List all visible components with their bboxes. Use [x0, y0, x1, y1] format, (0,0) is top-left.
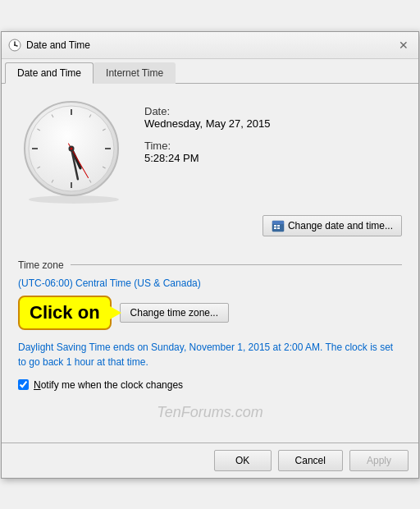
window-icon [8, 39, 21, 52]
svg-rect-25 [272, 221, 284, 224]
clock-display [18, 97, 125, 204]
svg-rect-28 [274, 227, 276, 229]
notify-checkbox[interactable] [18, 379, 29, 390]
tab-date-time[interactable]: Date and Time [5, 62, 94, 84]
clock-info-row: Date: Wednesday, May 27, 2015 Time: 5:28… [18, 97, 402, 204]
svg-point-4 [29, 195, 119, 204]
title-bar: Date and Time ✕ [2, 32, 418, 59]
title-bar-text: Date and Time [26, 39, 395, 51]
time-label: Time: [144, 140, 270, 152]
svg-rect-29 [277, 227, 280, 229]
dst-info-text: Daylight Saving Time ends on Sunday, Nov… [18, 340, 402, 369]
date-value: Wednesday, May 27, 2015 [144, 117, 270, 130]
notify-label: Notify me when the clock changes [34, 379, 183, 391]
timezone-section-label: Time zone [18, 259, 64, 271]
timezone-section-header: Time zone [18, 259, 402, 271]
cancel-button[interactable]: Cancel [278, 450, 343, 471]
date-label: Date: [144, 105, 270, 117]
tab-content: Date: Wednesday, May 27, 2015 Time: 5:28… [2, 84, 418, 443]
click-on-text: Click on [30, 302, 100, 323]
close-button[interactable]: ✕ [395, 37, 412, 53]
tab-bar: Date and Time Internet Time [2, 59, 418, 84]
svg-point-3 [14, 44, 16, 46]
change-timezone-button[interactable]: Change time zone... [120, 303, 229, 323]
change-datetime-label: Change date and time... [288, 220, 393, 232]
time-value: 5:28:24 PM [144, 152, 270, 164]
change-datetime-button[interactable]: Change date and time... [262, 215, 402, 236]
svg-rect-26 [274, 225, 276, 227]
tab-internet-time[interactable]: Internet Time [94, 62, 176, 84]
section-divider-line [71, 264, 402, 265]
button-bar: OK Cancel Apply [2, 443, 418, 478]
svg-rect-27 [277, 225, 280, 227]
watermark: TenForums.com [18, 404, 402, 421]
svg-point-23 [71, 147, 73, 149]
timezone-change-row: Click on Change time zone... [18, 296, 402, 330]
ok-button[interactable]: OK [214, 450, 272, 471]
timezone-value: (UTC-06:00) Central Time (US & Canada) [18, 277, 402, 289]
date-time-info: Date: Wednesday, May 27, 2015 Time: 5:28… [144, 97, 270, 174]
date-time-dialog: Date and Time ✕ Date and Time Internet T… [1, 31, 419, 479]
apply-button[interactable]: Apply [349, 450, 409, 471]
change-datetime-icon [272, 219, 285, 232]
click-on-callout: Click on [18, 296, 112, 330]
notify-row: Notify me when the clock changes [18, 379, 402, 391]
